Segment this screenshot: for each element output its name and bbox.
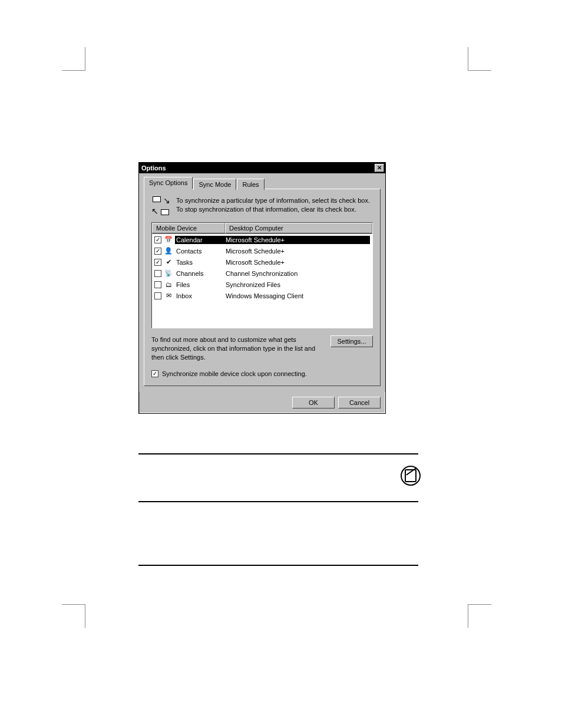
list-item[interactable]: 👤ContactsMicrosoft Schedule+ [152, 245, 372, 256]
divider [138, 565, 418, 566]
sync-clock-checkbox[interactable] [151, 370, 158, 377]
note-icon [401, 466, 421, 486]
contacts-icon: 👤 [164, 247, 173, 255]
item-checkbox[interactable] [154, 259, 161, 266]
item-desktop-value: Microsoft Schedule+ [224, 247, 370, 255]
listview-header: Mobile Device Desktop Computer [152, 223, 372, 234]
item-checkbox[interactable] [154, 270, 161, 277]
item-label: Tasks [175, 258, 224, 266]
item-label: Channels [175, 269, 224, 278]
crop-mark [468, 604, 491, 628]
item-checkbox[interactable] [154, 292, 161, 299]
files-icon: 🗂 [164, 281, 173, 289]
list-item[interactable]: 📅CalendarMicrosoft Schedule+ [152, 234, 372, 245]
item-label: Calendar [175, 236, 224, 244]
item-desktop-value: Channel Synchronization [224, 269, 370, 278]
item-label: Inbox [175, 292, 224, 300]
list-item[interactable]: ✔TasksMicrosoft Schedule+ [152, 256, 372, 268]
sync-icon: ↘ ↖ [151, 196, 170, 215]
cancel-button[interactable]: Cancel [338, 397, 381, 409]
sync-listview[interactable]: Mobile Device Desktop Computer 📅Calendar… [151, 222, 373, 328]
crop-mark [62, 47, 85, 71]
item-desktop-value: Windows Messaging Client [224, 292, 370, 300]
divider [138, 453, 418, 454]
tab-sync-mode[interactable]: Sync Mode [193, 179, 236, 190]
inbox-icon: ✉ [164, 292, 173, 300]
item-desktop-value: Synchronized Files [224, 281, 370, 289]
list-item[interactable]: ✉InboxWindows Messaging Client [152, 290, 372, 301]
tab-strip: Sync Options Sync Mode Rules [144, 177, 381, 189]
item-desktop-value: Microsoft Schedule+ [224, 236, 370, 244]
ok-button[interactable]: OK [292, 397, 335, 409]
settings-help-text: To find out more about and to customize … [151, 335, 325, 362]
crop-mark [468, 47, 491, 71]
item-label: Files [175, 281, 224, 289]
close-icon[interactable]: ✕ [375, 164, 384, 172]
channels-icon: 📡 [164, 269, 173, 278]
item-label: Contacts [175, 247, 224, 255]
settings-button[interactable]: Settings... [330, 335, 373, 347]
sync-clock-label: Synchronize mobile device clock upon con… [162, 370, 307, 377]
item-checkbox[interactable] [154, 236, 161, 243]
instructions-text: To synchronize a particular type of info… [176, 196, 373, 215]
crop-mark [62, 604, 85, 628]
item-checkbox[interactable] [154, 248, 161, 255]
list-item[interactable]: 📡ChannelsChannel Synchronization [152, 268, 372, 279]
col-desktop-computer[interactable]: Desktop Computer [225, 223, 372, 233]
col-mobile-device[interactable]: Mobile Device [152, 223, 225, 233]
titlebar[interactable]: Options ✕ [139, 163, 385, 173]
divider [138, 501, 418, 502]
item-checkbox[interactable] [154, 281, 161, 288]
list-item[interactable]: 🗂FilesSynchronized Files [152, 279, 372, 290]
tab-panel-sync-options: ↘ ↖ To synchronize a particular type of … [144, 189, 381, 386]
item-desktop-value: Microsoft Schedule+ [224, 258, 370, 266]
tab-rules[interactable]: Rules [237, 179, 264, 190]
window-title: Options [141, 164, 166, 172]
options-dialog: Options ✕ Sync Options Sync Mode Rules ↘… [138, 162, 386, 414]
tasks-icon: ✔ [164, 258, 173, 266]
tab-sync-options[interactable]: Sync Options [144, 177, 193, 189]
calendar-icon: 📅 [164, 236, 173, 244]
